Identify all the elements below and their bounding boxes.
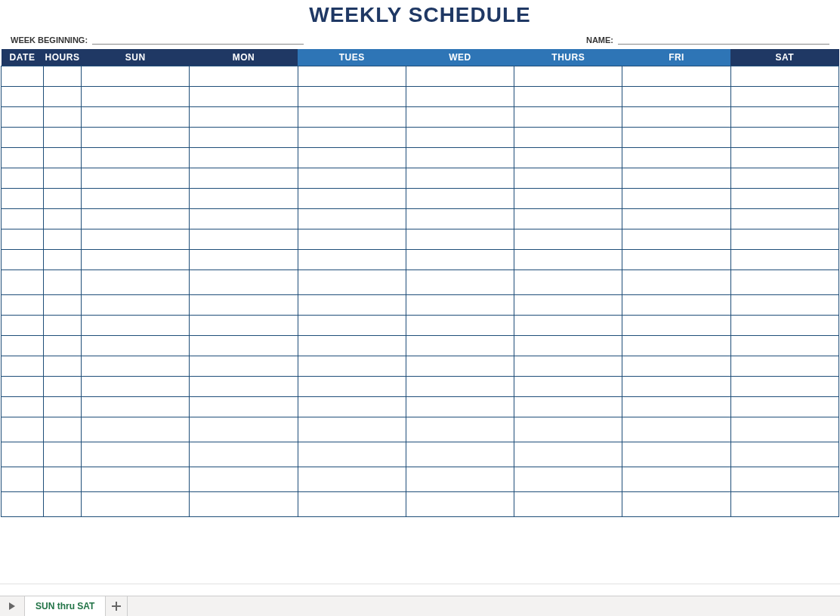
cell-date[interactable] <box>2 168 44 189</box>
cell-mon[interactable] <box>190 87 298 107</box>
cell-date[interactable] <box>2 148 44 168</box>
cell-fri[interactable] <box>622 168 730 189</box>
name-input[interactable] <box>618 33 829 45</box>
cell-tues[interactable] <box>298 316 406 336</box>
cell-mon[interactable] <box>190 295 298 316</box>
cell-sun[interactable] <box>82 492 190 517</box>
cell-sun[interactable] <box>82 250 190 270</box>
cell-wed[interactable] <box>406 316 514 336</box>
cell-date[interactable] <box>2 417 44 442</box>
cell-wed[interactable] <box>406 356 514 377</box>
cell-tues[interactable] <box>298 66 406 87</box>
cell-thurs[interactable] <box>514 209 622 229</box>
cell-tues[interactable] <box>298 442 406 467</box>
sheet-tab-active[interactable]: SUN thru SAT <box>25 596 106 616</box>
cell-thurs[interactable] <box>514 148 622 168</box>
cell-tues[interactable] <box>298 229 406 250</box>
cell-sat[interactable] <box>730 107 838 128</box>
cell-sat[interactable] <box>730 168 838 189</box>
cell-mon[interactable] <box>190 189 298 209</box>
cell-thurs[interactable] <box>514 336 622 356</box>
cell-date[interactable] <box>2 492 44 517</box>
cell-mon[interactable] <box>190 467 298 492</box>
cell-thurs[interactable] <box>514 356 622 377</box>
cell-fri[interactable] <box>622 66 730 87</box>
cell-sat[interactable] <box>730 229 838 250</box>
cell-thurs[interactable] <box>514 295 622 316</box>
cell-wed[interactable] <box>406 377 514 397</box>
cell-fri[interactable] <box>622 148 730 168</box>
cell-hours[interactable] <box>44 168 82 189</box>
cell-sun[interactable] <box>82 442 190 467</box>
cell-sat[interactable] <box>730 492 838 517</box>
cell-mon[interactable] <box>190 336 298 356</box>
cell-sat[interactable] <box>730 295 838 316</box>
cell-tues[interactable] <box>298 107 406 128</box>
cell-sun[interactable] <box>82 229 190 250</box>
cell-wed[interactable] <box>406 250 514 270</box>
cell-wed[interactable] <box>406 295 514 316</box>
cell-hours[interactable] <box>44 492 82 517</box>
cell-date[interactable] <box>2 250 44 270</box>
cell-sun[interactable] <box>82 377 190 397</box>
cell-thurs[interactable] <box>514 189 622 209</box>
cell-date[interactable] <box>2 209 44 229</box>
cell-date[interactable] <box>2 189 44 209</box>
cell-wed[interactable] <box>406 467 514 492</box>
cell-hours[interactable] <box>44 356 82 377</box>
cell-tues[interactable] <box>298 168 406 189</box>
cell-mon[interactable] <box>190 209 298 229</box>
cell-tues[interactable] <box>298 467 406 492</box>
cell-sun[interactable] <box>82 189 190 209</box>
cell-thurs[interactable] <box>514 128 622 148</box>
cell-wed[interactable] <box>406 492 514 517</box>
cell-sat[interactable] <box>730 417 838 442</box>
cell-mon[interactable] <box>190 316 298 336</box>
cell-mon[interactable] <box>190 417 298 442</box>
cell-tues[interactable] <box>298 128 406 148</box>
cell-wed[interactable] <box>406 107 514 128</box>
cell-sat[interactable] <box>730 87 838 107</box>
cell-tues[interactable] <box>298 189 406 209</box>
cell-tues[interactable] <box>298 295 406 316</box>
cell-thurs[interactable] <box>514 87 622 107</box>
cell-wed[interactable] <box>406 87 514 107</box>
cell-mon[interactable] <box>190 148 298 168</box>
cell-fri[interactable] <box>622 467 730 492</box>
cell-fri[interactable] <box>622 209 730 229</box>
cell-sun[interactable] <box>82 209 190 229</box>
cell-thurs[interactable] <box>514 250 622 270</box>
cell-thurs[interactable] <box>514 397 622 417</box>
cell-wed[interactable] <box>406 336 514 356</box>
cell-sat[interactable] <box>730 209 838 229</box>
cell-sun[interactable] <box>82 316 190 336</box>
cell-thurs[interactable] <box>514 168 622 189</box>
cell-sun[interactable] <box>82 467 190 492</box>
cell-wed[interactable] <box>406 148 514 168</box>
cell-hours[interactable] <box>44 209 82 229</box>
cell-mon[interactable] <box>190 377 298 397</box>
cell-date[interactable] <box>2 467 44 492</box>
cell-fri[interactable] <box>622 492 730 517</box>
cell-tues[interactable] <box>298 270 406 295</box>
cell-sat[interactable] <box>730 250 838 270</box>
cell-thurs[interactable] <box>514 270 622 295</box>
cell-hours[interactable] <box>44 377 82 397</box>
cell-hours[interactable] <box>44 107 82 128</box>
add-sheet-button[interactable] <box>106 596 128 616</box>
cell-hours[interactable] <box>44 148 82 168</box>
cell-tues[interactable] <box>298 492 406 517</box>
cell-sun[interactable] <box>82 128 190 148</box>
cell-mon[interactable] <box>190 250 298 270</box>
cell-thurs[interactable] <box>514 492 622 517</box>
cell-tues[interactable] <box>298 417 406 442</box>
cell-mon[interactable] <box>190 229 298 250</box>
cell-fri[interactable] <box>622 229 730 250</box>
cell-sat[interactable] <box>730 377 838 397</box>
cell-sat[interactable] <box>730 356 838 377</box>
tab-scroll-right-icon[interactable] <box>0 596 25 616</box>
cell-hours[interactable] <box>44 66 82 87</box>
cell-sat[interactable] <box>730 128 838 148</box>
week-beginning-input[interactable] <box>92 33 304 45</box>
cell-sat[interactable] <box>730 148 838 168</box>
